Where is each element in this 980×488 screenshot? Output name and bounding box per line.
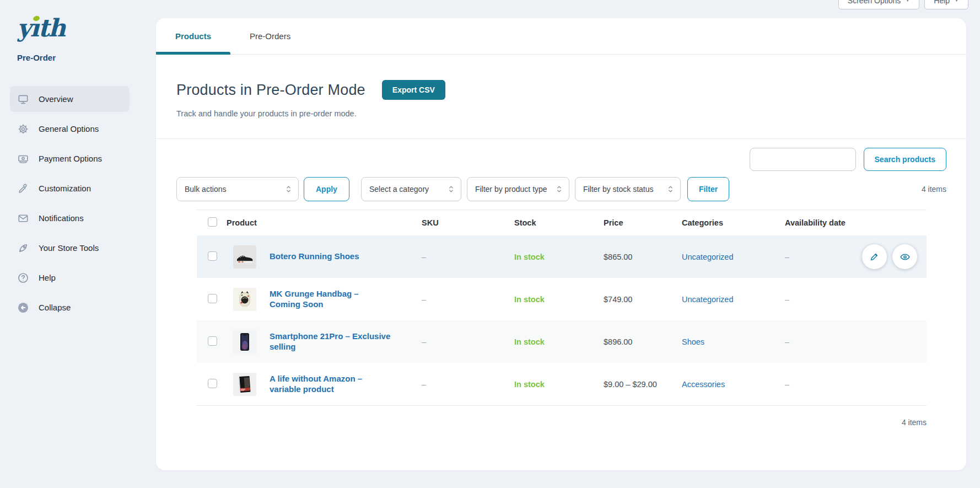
bulk-actions-value: Bulk actions	[185, 185, 226, 194]
row-checkbox[interactable]	[208, 336, 217, 346]
sidebar-item-label: General Options	[39, 124, 99, 133]
yith-logo: yıth	[17, 12, 67, 45]
price-value: $749.00	[604, 295, 682, 304]
tab-products[interactable]: Products	[156, 18, 230, 54]
stock-status-filter-value: Filter by stock status	[583, 185, 654, 194]
row-checkbox[interactable]	[208, 294, 217, 303]
sku-value: –	[422, 253, 514, 261]
payment-icon	[17, 153, 29, 165]
sidebar-item-label: Customization	[39, 184, 91, 193]
price-value: $9.00 – $29.00	[604, 380, 682, 389]
table-row: MK Grunge Handbag – Coming Soon – In sto…	[197, 278, 927, 320]
category-link[interactable]: Uncategorized	[682, 253, 734, 261]
column-header-stock: Stock	[514, 218, 604, 227]
rocket-icon	[17, 242, 29, 254]
select-chevrons-icon	[667, 184, 674, 194]
product-type-filter-value: Filter by product type	[475, 185, 547, 194]
page-subtitle: Track and handle your products in pre-or…	[176, 109, 944, 118]
column-header-categories: Categories	[682, 218, 785, 227]
sidebar-menu: Overview General Options Payment Options…	[0, 86, 156, 320]
product-link[interactable]: A life without Amazon – variable product	[270, 374, 422, 395]
category-link[interactable]: Shoes	[682, 337, 704, 346]
plugin-name: Pre-Order	[17, 53, 156, 62]
help-dropdown-button[interactable]: Help ▼	[924, 0, 968, 9]
items-count-footer: 4 items	[176, 406, 946, 427]
row-actions	[862, 244, 917, 269]
availability-date-value: –	[785, 253, 862, 261]
row-checkbox[interactable]	[208, 379, 217, 388]
category-filter-value: Select a category	[369, 185, 429, 194]
sidebar-item-help[interactable]: Help	[10, 265, 130, 291]
stock-status: In stock	[514, 253, 604, 261]
table-row: Botero Running Shoes – In stock $865.00 …	[197, 235, 927, 278]
tab-bar: Products Pre-Orders	[156, 18, 966, 55]
main-panel: Products Pre-Orders Products in Pre-Orde…	[156, 18, 966, 470]
product-link[interactable]: MK Grunge Handbag – Coming Soon	[270, 289, 422, 310]
sneaker-thumbnail	[233, 245, 256, 269]
availability-date-value: –	[785, 295, 862, 304]
sidebar-item-payment-options[interactable]: Payment Options	[10, 146, 130, 171]
tab-label: Products	[175, 31, 211, 41]
envelope-icon	[17, 212, 29, 224]
yith-logo-text: yıth	[17, 12, 67, 44]
bulk-actions-select[interactable]: Bulk actions	[176, 177, 299, 201]
edit-button[interactable]	[862, 244, 887, 269]
stock-status: In stock	[514, 337, 604, 346]
row-checkbox[interactable]	[208, 251, 217, 261]
eyedropper-icon	[17, 183, 29, 195]
select-chevrons-icon	[448, 184, 454, 194]
category-link[interactable]: Accessories	[682, 380, 725, 389]
sku-value: –	[422, 337, 514, 346]
export-csv-button[interactable]: Export CSV	[382, 80, 445, 100]
sidebar-item-your-store-tools[interactable]: Your Store Tools	[10, 235, 130, 261]
tab-label: Pre-Orders	[250, 31, 290, 41]
sidebar-item-label: Overview	[39, 94, 73, 104]
sidebar-item-general-options[interactable]: General Options	[10, 116, 130, 142]
screen-options-button[interactable]: Screen Options ▼	[838, 0, 919, 9]
page-header: Products in Pre-Order Mode Export CSV Tr…	[156, 55, 966, 138]
search-products-button[interactable]: Search products	[864, 148, 946, 171]
column-header-product: Product	[227, 218, 422, 227]
product-link[interactable]: Botero Running Shoes	[270, 251, 390, 262]
product-type-filter-select[interactable]: Filter by product type	[467, 177, 569, 201]
column-header-price: Price	[604, 218, 682, 227]
column-header-sku: SKU	[422, 218, 514, 227]
product-link[interactable]: Smartphone 21Pro – Exclusive selling	[270, 331, 422, 352]
price-value: $896.00	[604, 337, 682, 346]
price-value: $865.00	[604, 253, 682, 261]
wp-admin-toolbar: Screen Options ▼ Help ▼	[838, 0, 968, 9]
availability-date-value: –	[785, 380, 862, 389]
availability-date-value: –	[785, 337, 862, 346]
collapse-icon	[17, 302, 29, 314]
select-chevrons-icon	[286, 184, 292, 194]
column-header-availability-date: Availability date	[785, 218, 862, 227]
stock-status-filter-select[interactable]: Filter by stock status	[575, 177, 681, 201]
smartphone-thumbnail	[233, 330, 256, 353]
category-link[interactable]: Uncategorized	[682, 295, 734, 304]
gear-icon	[17, 123, 29, 135]
pencil-icon	[869, 251, 880, 262]
search-input[interactable]	[750, 148, 856, 171]
sidebar-item-collapse[interactable]: Collapse	[10, 294, 130, 320]
backpack-thumbnail	[233, 288, 256, 311]
category-filter-select[interactable]: Select a category	[361, 177, 461, 201]
question-icon	[17, 272, 29, 284]
sidebar-item-label: Collapse	[39, 303, 71, 312]
select-chevrons-icon	[556, 184, 562, 194]
sidebar-item-customization[interactable]: Customization	[10, 175, 130, 201]
help-dropdown-label: Help	[934, 0, 950, 5]
apply-button[interactable]: Apply	[304, 177, 349, 201]
view-button[interactable]	[892, 244, 917, 269]
book-thumbnail	[233, 373, 256, 396]
chevron-down-icon: ▼	[905, 0, 910, 3]
tab-pre-orders[interactable]: Pre-Orders	[230, 18, 310, 54]
chevron-down-icon: ▼	[954, 0, 959, 3]
sidebar-item-overview[interactable]: Overview	[10, 86, 130, 112]
screen-options-label: Screen Options	[848, 0, 901, 5]
table-header-row: Product SKU Stock Price Categories Avail…	[197, 210, 927, 235]
select-all-checkbox[interactable]	[208, 217, 217, 227]
sidebar-item-notifications[interactable]: Notifications	[10, 205, 130, 231]
items-count: 4 items	[922, 185, 946, 194]
filter-button[interactable]: Filter	[687, 177, 729, 201]
products-table: Product SKU Stock Price Categories Avail…	[197, 210, 927, 406]
